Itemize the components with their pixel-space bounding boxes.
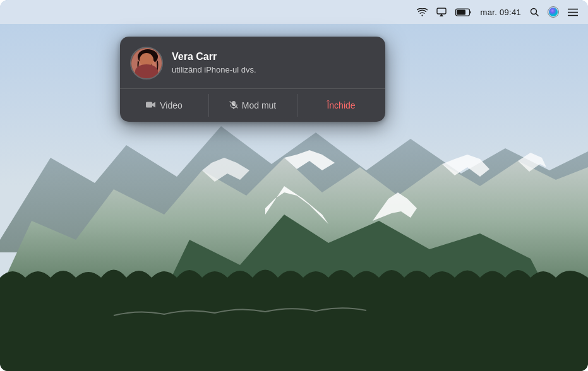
notification-top: Vera Carr utilizând iPhone-ul dvs. bbox=[120, 37, 385, 88]
battery-icon[interactable] bbox=[455, 8, 472, 16]
svg-point-17 bbox=[549, 8, 558, 16]
decline-button[interactable]: Închide bbox=[297, 89, 385, 122]
search-icon[interactable] bbox=[530, 8, 539, 16]
control-center-icon[interactable] bbox=[568, 8, 578, 16]
svg-rect-13 bbox=[457, 9, 465, 15]
video-icon bbox=[146, 101, 156, 110]
decline-label: Închide bbox=[327, 100, 355, 110]
siri-icon[interactable] bbox=[548, 6, 559, 18]
menubar-time: mar. 09:41 bbox=[481, 8, 521, 17]
notification-actions: Video Mod mut Închide bbox=[120, 89, 385, 122]
svg-rect-11 bbox=[437, 8, 446, 14]
mute-button[interactable]: Mod mut bbox=[208, 89, 297, 122]
airplay-icon[interactable] bbox=[436, 8, 447, 16]
desktop: mar. 09:41 bbox=[0, 0, 588, 371]
svg-point-24 bbox=[143, 63, 146, 66]
mute-icon bbox=[229, 100, 238, 111]
avatar bbox=[130, 47, 163, 80]
notification-card: Vera Carr utilizând iPhone-ul dvs. Video bbox=[120, 37, 385, 122]
caller-name: Vera Carr bbox=[172, 50, 374, 64]
caller-subtitle: utilizând iPhone-ul dvs. bbox=[172, 65, 374, 76]
menubar-right: mar. 09:41 bbox=[417, 6, 578, 18]
svg-line-15 bbox=[536, 14, 539, 16]
wifi-icon[interactable] bbox=[417, 8, 428, 16]
svg-point-26 bbox=[136, 74, 159, 78]
video-button[interactable]: Video bbox=[120, 89, 208, 122]
svg-point-25 bbox=[150, 63, 152, 66]
video-label: Video bbox=[160, 100, 183, 110]
menubar: mar. 09:41 bbox=[0, 0, 588, 24]
svg-rect-27 bbox=[146, 102, 152, 107]
notification-text: Vera Carr utilizând iPhone-ul dvs. bbox=[172, 50, 374, 76]
mute-label: Mod mut bbox=[242, 100, 276, 110]
svg-point-23 bbox=[140, 58, 156, 76]
svg-point-22 bbox=[138, 49, 158, 64]
